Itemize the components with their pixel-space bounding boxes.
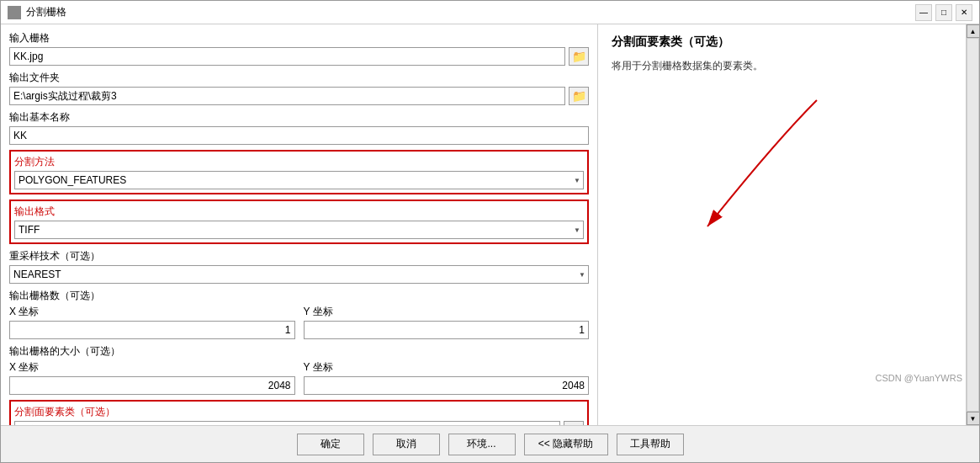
- resample-select[interactable]: NEAREST BILINEAR CUBIC: [9, 265, 589, 284]
- output-folder-group: 输出文件夹 📁: [9, 71, 589, 105]
- folder-icon-2: 📁: [572, 89, 586, 103]
- split-features-select[interactable]: 裁剪面: [14, 421, 560, 425]
- output-basename-group: 输出基本名称: [9, 110, 589, 145]
- left-panel: 输入栅格 📁 输出文件夹 📁: [1, 24, 598, 425]
- form-area: 输入栅格 📁 输出文件夹 📁: [1, 24, 597, 425]
- bottom-bar: 确定 取消 环境... << 隐藏帮助 工具帮助: [1, 425, 979, 462]
- resample-label: 重采样技术（可选）: [9, 249, 589, 263]
- ok-button[interactable]: 确定: [297, 434, 364, 455]
- window-title: 分割栅格: [26, 5, 915, 19]
- output-basename-input[interactable]: [9, 126, 589, 145]
- output-size-y-label: Y 坐标: [304, 360, 590, 375]
- content-area: 输入栅格 📁 输出文件夹 📁: [1, 24, 979, 425]
- split-features-section: 分割面要素类（可选） 裁剪面 📁: [9, 400, 589, 425]
- output-size-x-input[interactable]: [9, 376, 295, 395]
- output-size-y-input[interactable]: [304, 376, 590, 395]
- scroll-track: [967, 38, 979, 412]
- output-folder-input[interactable]: [9, 87, 565, 105]
- x-coord-label: X 坐标: [9, 305, 295, 319]
- hide-help-button[interactable]: << 隐藏帮助: [524, 434, 608, 455]
- split-method-label: 分割方法: [14, 155, 584, 169]
- input-raster-input[interactable]: [9, 47, 565, 66]
- split-features-label: 分割面要素类（可选）: [14, 405, 584, 419]
- main-window: 分割栅格 — □ ✕ 输入栅格 📁: [0, 0, 980, 463]
- cancel-button[interactable]: 取消: [373, 434, 440, 455]
- output-basename-label: 输出基本名称: [9, 110, 589, 125]
- output-count-label: 输出栅格数（可选）: [9, 289, 589, 303]
- output-size-x-label: X 坐标: [9, 360, 295, 375]
- output-format-label: 输出格式: [14, 205, 584, 219]
- output-count-y-input[interactable]: [304, 321, 590, 339]
- watermark: CSDN @YuanYWRS: [876, 373, 962, 383]
- output-count-y-col: Y 坐标: [304, 305, 590, 339]
- arrow-container: [623, 75, 859, 277]
- input-raster-browse-button[interactable]: 📁: [569, 47, 589, 66]
- right-panel: 分割面要素类（可选） 将用于分割栅格数据集的要素类。 ▲ ▼: [598, 24, 979, 425]
- help-description: 将用于分割栅格数据集的要素类。: [612, 58, 966, 74]
- input-raster-label: 输入栅格: [9, 31, 589, 45]
- right-scrollbar: ▲ ▼: [966, 24, 979, 425]
- output-folder-label: 输出文件夹: [9, 71, 589, 85]
- output-format-select[interactable]: TIFF GRID IMAGINE: [14, 221, 584, 239]
- maximize-button[interactable]: □: [935, 4, 952, 21]
- scroll-up-button[interactable]: ▲: [967, 24, 980, 38]
- output-size-x-col: X 坐标: [9, 360, 295, 395]
- title-bar: 分割栅格 — □ ✕: [1, 1, 979, 24]
- output-size-y-col: Y 坐标: [304, 360, 590, 395]
- output-folder-browse-button[interactable]: 📁: [569, 87, 589, 105]
- resample-group: 重采样技术（可选） NEAREST BILINEAR CUBIC: [9, 249, 589, 284]
- tool-help-button[interactable]: 工具帮助: [617, 434, 684, 455]
- window-icon: [8, 6, 21, 19]
- output-format-section: 输出格式 TIFF GRID IMAGINE: [9, 200, 589, 244]
- folder-icon: 📁: [572, 50, 586, 63]
- scroll-down-button[interactable]: ▼: [967, 412, 980, 425]
- input-raster-group: 输入栅格 📁: [9, 31, 589, 66]
- output-count-x-input[interactable]: [9, 321, 295, 339]
- help-title: 分割面要素类（可选）: [612, 35, 966, 50]
- split-method-section: 分割方法 POLYGON_FEATURES TILES CLASSES: [9, 150, 589, 194]
- window-controls: — □ ✕: [915, 4, 972, 21]
- split-method-select[interactable]: POLYGON_FEATURES TILES CLASSES: [14, 171, 584, 189]
- output-count-x-col: X 坐标: [9, 305, 295, 339]
- arrow-svg: [623, 75, 859, 277]
- close-button[interactable]: ✕: [956, 4, 972, 21]
- output-count-group: 输出栅格数（可选） X 坐标 Y 坐标: [9, 289, 589, 339]
- output-size-group: 输出栅格的大小（可选） X 坐标 Y 坐标: [9, 344, 589, 395]
- env-button[interactable]: 环境...: [448, 434, 516, 455]
- y-coord-label: Y 坐标: [304, 305, 590, 319]
- minimize-button[interactable]: —: [915, 4, 932, 21]
- output-size-label: 输出栅格的大小（可选）: [9, 344, 589, 359]
